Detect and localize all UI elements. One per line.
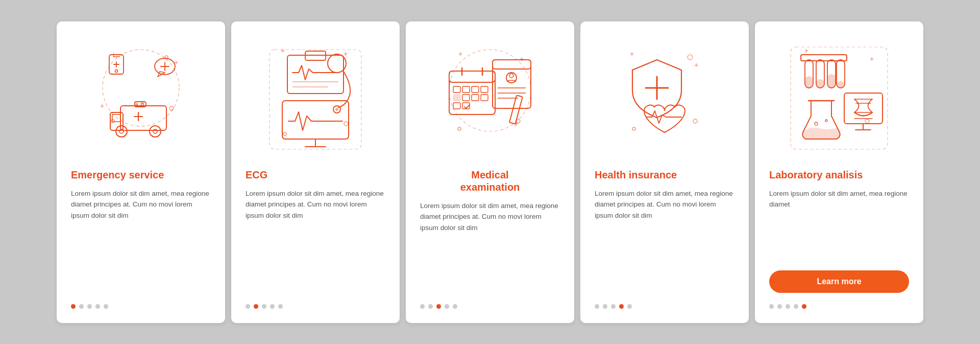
dot-1[interactable] — [777, 304, 782, 309]
svg-rect-58 — [462, 95, 470, 101]
dot-3[interactable] — [95, 304, 100, 309]
card-health-insurance: + + Hea — [580, 21, 749, 323]
svg-point-4 — [169, 106, 174, 110]
dot-0[interactable] — [71, 304, 76, 309]
svg-rect-55 — [472, 86, 479, 93]
svg-point-9 — [115, 70, 118, 72]
svg-point-23 — [141, 103, 144, 105]
svg-rect-64 — [493, 60, 531, 69]
svg-rect-54 — [462, 86, 470, 93]
laboratory-icon: + + — [783, 42, 895, 154]
card-title-emergency: Emergency service — [71, 169, 164, 181]
card-icon-area-medical: + + — [420, 37, 560, 159]
svg-marker-71 — [514, 122, 518, 127]
svg-rect-91 — [837, 81, 845, 88]
card-body-lab: Lorem ipsum dolor sit dim amet, mea regi… — [769, 188, 909, 261]
card-dots-ecg — [246, 304, 283, 309]
dot-0[interactable] — [769, 304, 774, 309]
card-body-medical: Lorem ipsum dolor sit dim amet, mea regi… — [420, 200, 560, 293]
dot-4[interactable] — [802, 304, 806, 309]
svg-rect-53 — [453, 86, 460, 93]
dot-4[interactable] — [627, 304, 632, 309]
svg-text:+: + — [520, 55, 524, 63]
svg-rect-63 — [493, 60, 531, 108]
dot-3[interactable] — [445, 304, 449, 309]
card-icon-area-emergency: + + + — [71, 37, 211, 159]
svg-text:+: + — [458, 50, 462, 58]
svg-text:+: + — [630, 50, 634, 58]
health-insurance-icon: + + — [608, 42, 721, 154]
svg-rect-12 — [120, 106, 166, 130]
card-body-health: Lorem ipsum dolor sit dim amet, mea regi… — [595, 188, 734, 293]
svg-point-39 — [335, 108, 338, 111]
dot-0[interactable] — [595, 304, 599, 309]
svg-rect-57 — [453, 95, 460, 101]
dot-1[interactable] — [428, 304, 433, 309]
svg-text:+: + — [344, 50, 348, 58]
dot-3[interactable] — [270, 304, 275, 309]
card-laboratory: + + — [755, 21, 923, 323]
svg-text:+: + — [694, 61, 698, 69]
svg-point-47 — [458, 127, 461, 130]
card-ecg: + + — [231, 21, 400, 323]
card-dots-emergency — [71, 304, 108, 309]
svg-rect-50 — [449, 77, 495, 82]
svg-point-82 — [865, 119, 869, 123]
card-medical-examination: + + — [406, 21, 574, 323]
svg-text:+: + — [804, 47, 808, 55]
dot-2[interactable] — [87, 304, 92, 309]
ecg-icon: + + — [259, 42, 372, 154]
card-icon-area-ecg: + + — [246, 37, 385, 159]
card-title-ecg: ECG — [246, 169, 267, 181]
card-icon-area-health: + + — [595, 37, 734, 159]
svg-text:+: + — [281, 47, 285, 55]
dot-3[interactable] — [619, 304, 624, 309]
svg-rect-89 — [827, 74, 836, 88]
card-body-ecg: Lorem ipsum dolor sit dim amet, mea regi… — [246, 188, 385, 293]
svg-rect-49 — [449, 71, 495, 82]
svg-rect-33 — [287, 55, 344, 94]
svg-point-94 — [825, 120, 827, 122]
svg-rect-60 — [481, 95, 488, 101]
dot-4[interactable] — [278, 304, 283, 309]
svg-point-31 — [344, 122, 348, 126]
dot-2[interactable] — [786, 304, 790, 309]
svg-point-66 — [509, 74, 513, 78]
dot-0[interactable] — [420, 304, 425, 309]
dot-4[interactable] — [104, 304, 108, 309]
svg-point-74 — [693, 119, 697, 123]
dot-4[interactable] — [453, 304, 457, 309]
card-dots-lab — [769, 304, 806, 309]
dot-3[interactable] — [794, 304, 798, 309]
dot-2[interactable] — [262, 304, 266, 309]
card-title-medical: Medical examination — [420, 169, 560, 193]
svg-point-17 — [116, 126, 127, 137]
medical-exam-icon: + + — [434, 42, 546, 154]
svg-rect-56 — [481, 86, 488, 93]
cards-container: + + + — [36, 6, 944, 338]
card-dots-health — [595, 304, 632, 309]
card-title-health: Health insurance — [595, 169, 677, 181]
svg-rect-59 — [472, 95, 479, 101]
svg-rect-87 — [816, 79, 824, 88]
card-title-lab: Laboratory analisis — [769, 169, 863, 181]
card-body-emergency: Lorem ipsum dolor sit dim amet, mea regi… — [71, 188, 211, 293]
svg-point-32 — [283, 132, 286, 135]
learn-more-button[interactable]: Learn more — [769, 270, 909, 293]
dot-1[interactable] — [79, 304, 84, 309]
svg-point-22 — [136, 103, 138, 105]
dot-2[interactable] — [436, 304, 441, 309]
svg-rect-85 — [805, 76, 813, 88]
dot-2[interactable] — [611, 304, 616, 309]
dot-1[interactable] — [603, 304, 607, 309]
svg-point-19 — [150, 126, 161, 137]
card-emergency-service: + + + — [57, 21, 225, 323]
svg-rect-70 — [509, 95, 523, 124]
svg-rect-14 — [112, 114, 120, 122]
ambulance-icon: + + + — [85, 42, 197, 154]
card-icon-area-lab: + + — [769, 37, 909, 159]
card-dots-medical — [420, 304, 457, 309]
dot-1[interactable] — [254, 304, 258, 309]
svg-text:+: + — [100, 102, 104, 110]
dot-0[interactable] — [246, 304, 250, 309]
